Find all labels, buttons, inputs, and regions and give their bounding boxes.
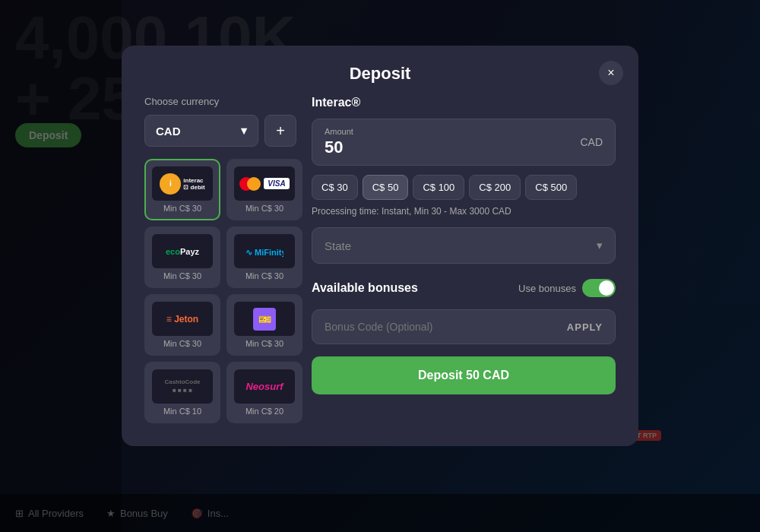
svg-text:∿ MiFinity: ∿ MiFinity [245,248,283,257]
quick-amount-500[interactable]: C$ 500 [525,175,577,200]
apply-button[interactable]: APPLY [567,321,603,333]
modal-overlay: Deposit × Choose currency CAD ▾ + [0,0,760,532]
ecopayz-min: Min C$ 30 [163,271,201,280]
payment-method-neosurf[interactable]: Neosurf Min C$ 20 [226,362,302,423]
quick-amounts: C$ 30 C$ 50 C$ 100 C$ 200 C$ 500 [312,175,616,200]
payment-method-mifinity[interactable]: ∿ MiFinity Min C$ 30 [226,226,302,288]
modal-title: Deposit [350,64,411,84]
bonus-code-input[interactable] [325,321,567,333]
deposit-submit-button[interactable]: Deposit 50 CAD [312,356,616,394]
deposit-modal: Deposit × Choose currency CAD ▾ + [122,46,638,446]
quick-amount-100[interactable]: C$ 100 [413,175,464,200]
right-panel: Interac® Amount 50 CAD C$ 30 C$ 50 C$ 10… [312,96,616,423]
payment-method-ecopayz[interactable]: ecoPayz Min C$ 30 [144,226,220,288]
toggle-knob [599,280,614,296]
payment-method-grid: i interac⊡ debit Min C$ 30 [144,159,296,423]
use-bonuses-label: Use bonuses [518,283,576,294]
voucher-logo: 🎫 [234,302,295,336]
bonuses-header: Available bonuses Use bonuses [312,279,616,297]
cashtocode-logo: CashtoCode■ ■ ■ ■ [152,369,213,404]
modal-close-button[interactable]: × [599,61,623,85]
modal-body: Choose currency CAD ▾ + i interac [122,96,638,423]
currency-section-label: Choose currency [144,96,296,107]
mifinity-logo: ∿ MiFinity [234,234,295,268]
quick-amount-30[interactable]: C$ 30 [312,175,358,200]
visa-logo: VISA [234,166,295,201]
quick-amount-50[interactable]: C$ 50 [363,175,409,200]
bonus-code-field: APPLY [312,309,616,344]
processing-info: Processing time: Instant, Min 30 - Max 3… [312,206,616,217]
amount-inner: Amount 50 [325,127,353,157]
amount-field[interactable]: Amount 50 CAD [312,119,616,166]
payment-method-voucher[interactable]: 🎫 Min C$ 30 [226,294,302,356]
ecopayz-logo: ecoPayz [152,234,213,268]
visa-min: Min C$ 30 [245,204,283,213]
payment-method-cashtocode[interactable]: CashtoCode■ ■ ■ ■ Min C$ 10 [144,362,220,423]
currency-add-button[interactable]: + [264,115,296,147]
jeton-min: Min C$ 30 [163,339,201,348]
amount-label: Amount [325,127,353,136]
chevron-down-icon: ▾ [597,239,603,252]
payment-method-interac[interactable]: i interac⊡ debit Min C$ 30 [144,159,220,220]
payment-method-jeton[interactable]: ≡ Jeton Min C$ 30 [144,294,220,356]
left-panel: Choose currency CAD ▾ + i interac [144,96,296,423]
use-bonuses-control: Use bonuses [518,279,616,297]
modal-header: Deposit × [122,46,638,96]
state-placeholder: State [325,239,351,252]
chevron-down-icon: ▾ [241,124,247,138]
currency-selector: CAD ▾ + [144,115,296,147]
use-bonuses-toggle[interactable] [582,279,616,297]
cashtocode-min: Min C$ 10 [163,407,201,416]
payment-method-visa[interactable]: VISA Min C$ 30 [226,159,302,220]
interac-min: Min C$ 30 [163,204,201,213]
bonuses-title: Available bonuses [312,281,418,295]
neosurf-logo: Neosurf [234,369,295,404]
quick-amount-200[interactable]: C$ 200 [469,175,521,200]
payment-method-title: Interac® [312,96,616,109]
jeton-logo: ≡ Jeton [152,302,213,336]
voucher-min: Min C$ 30 [245,339,283,348]
state-dropdown[interactable]: State ▾ [312,227,616,264]
currency-dropdown[interactable]: CAD ▾ [144,115,258,147]
currency-value: CAD [156,125,181,138]
neosurf-min: Min C$ 20 [245,407,283,416]
amount-currency: CAD [580,136,603,148]
bonuses-section: Available bonuses Use bonuses [312,279,616,297]
mifinity-min: Min C$ 30 [245,271,283,280]
interac-logo: i interac⊡ debit [152,166,213,201]
amount-value: 50 [325,138,353,157]
